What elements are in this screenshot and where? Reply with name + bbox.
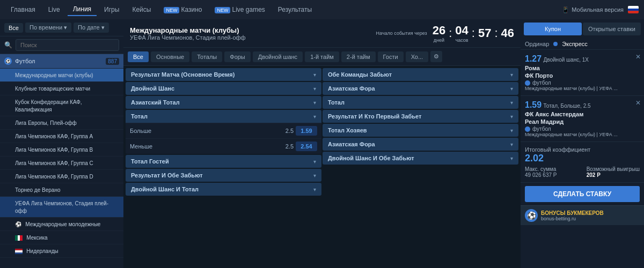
- sidebar-sub-liga-europa[interactable]: Лига Европы, Плей-офф: [0, 116, 123, 130]
- open-bets-button[interactable]: Открытые ставки: [583, 23, 641, 35]
- coupon-odd-1: 1.27: [525, 54, 541, 63]
- outcome-val: 2.5: [277, 143, 294, 150]
- coupon-tabs: Ординар Экспресс: [521, 39, 644, 50]
- sidebar-sub-caf-d[interactable]: Лига Чемпионов КАФ, Группа D: [0, 170, 123, 183]
- casino-badge: NEW: [164, 7, 179, 13]
- tab-all[interactable]: Все: [128, 51, 149, 62]
- coupon-team1-a: Рома: [525, 65, 640, 71]
- nav-live[interactable]: Live: [43, 4, 65, 16]
- market-header[interactable]: Азиатская Фора ▾: [323, 138, 518, 151]
- market-header[interactable]: Результат И Кто Первый Забьет ▾: [323, 110, 518, 123]
- top-navigation: Главная Live Линия Игры Кейсы NEWКазино …: [0, 0, 644, 19]
- filter-all[interactable]: Все: [4, 23, 23, 33]
- coupon-button[interactable]: Купон: [524, 23, 582, 35]
- coupon-team1-b: ФК Порто: [525, 72, 640, 79]
- market-double-chance-total: Двойной Шанс И Тотал ▾: [126, 183, 321, 196]
- sidebar-sub-netherlands[interactable]: Нидерланды: [0, 244, 123, 258]
- market-header[interactable]: Обе Команды Забьют ▾: [323, 68, 518, 81]
- livegames-badge: NEW: [215, 7, 230, 13]
- tab-totals[interactable]: Тоталы: [192, 51, 222, 62]
- market-header[interactable]: Тотал ▾: [323, 96, 518, 109]
- netherlands-flag: [15, 249, 23, 254]
- market-header[interactable]: Тотал Хозяев ▾: [323, 124, 518, 137]
- market-header[interactable]: Результат Матча (Основное Время) ▾: [126, 68, 321, 81]
- sidebar-sub-club-friendly[interactable]: Клубные товарищеские матчи: [0, 82, 123, 95]
- sidebar-sub-caf-a[interactable]: Лига Чемпионов КАФ, Группа A: [0, 130, 123, 143]
- outcome-label: Больше: [130, 128, 275, 134]
- sidebar-sub-caf-c[interactable]: Лига Чемпионов КАФ, Группа C: [0, 157, 123, 170]
- market-header[interactable]: Тотал ▾: [126, 110, 321, 123]
- coupon-total: Итоговый коэффициент 2.02 Макс. сумма 49…: [521, 142, 644, 183]
- coupon-sport-2: футбол: [532, 126, 551, 132]
- nav-line[interactable]: Линия: [68, 3, 97, 16]
- bonus-ball-icon: ⚽: [525, 209, 538, 222]
- tab-guests[interactable]: Гости: [378, 51, 404, 62]
- nav-cases[interactable]: Кейсы: [127, 4, 156, 16]
- outcome-odd[interactable]: 2.54: [296, 142, 317, 151]
- mobile-link[interactable]: 📱 Мобильная версия: [562, 6, 624, 13]
- tab-filter-icon[interactable]: ⚙: [430, 51, 442, 62]
- sport-dot-2: [525, 126, 530, 132]
- markets-grid: Результат Матча (Основное Время) ▾ Двойн…: [123, 66, 521, 268]
- market-header[interactable]: Результат И Обе Забьют ▾: [126, 169, 321, 182]
- football-icon: ⚽: [4, 57, 12, 65]
- market-header[interactable]: Двойной Шанс ▾: [126, 82, 321, 95]
- tab-double-chance[interactable]: Двойной шанс: [253, 51, 303, 62]
- sidebar-sub-caf-b[interactable]: Лига Чемпионов КАФ, Группа B: [0, 143, 123, 157]
- search-input[interactable]: [16, 39, 119, 51]
- market-header[interactable]: Двойной Шанс И Обе Забьют ▾: [323, 152, 518, 165]
- tab-first-half[interactable]: 1-й тайм: [305, 51, 339, 62]
- coupon-league-2: Международные матчи (клубы) | УЕФА ...: [525, 132, 640, 137]
- tab-indicator: [553, 42, 558, 46]
- nav-home[interactable]: Главная: [5, 4, 41, 16]
- sidebar-sub-intl-clubs[interactable]: Международные матчи (клубы): [0, 69, 123, 82]
- coupon-odd-2: 1.59: [525, 100, 541, 109]
- filter-by-date[interactable]: По дате ▾: [74, 23, 108, 33]
- market-asian-fora-2: Азиатская Фора ▾: [323, 138, 518, 151]
- outcome-label: Меньше: [130, 143, 275, 150]
- bonus-banner: ⚽ БОНУСЫ БУКМЕКЕРОВ bonus-betting.ru: [521, 205, 644, 225]
- market-tabs: Все Основные Тоталы Форы Двойной шанс 1-…: [123, 48, 521, 66]
- tab-more[interactable]: Хо...: [406, 51, 429, 62]
- arrow-icon: ▾: [313, 86, 316, 92]
- right-panel: Купон Открытые ставки Ординар Экспресс ✕…: [521, 19, 644, 268]
- tab-second-half[interactable]: 2-й тайм: [341, 51, 376, 62]
- market-asian-total: Азиатский Тотал ▾: [126, 96, 321, 109]
- sidebar-sub-uefa-playoff[interactable]: УЕФА Лига Чемпионов, Стадия плей-офф: [0, 197, 123, 218]
- sidebar-sub-torneo[interactable]: Торнео де Верано: [0, 183, 123, 197]
- sidebar-sub-mexico[interactable]: Мексика: [0, 231, 123, 244]
- coupon-league-1: Международные матчи (клубы) | УЕФА ...: [525, 86, 640, 91]
- market-double-chance-both: Двойной Шанс И Обе Забьют ▾: [323, 152, 518, 165]
- sidebar-item-football[interactable]: ⚽ Футбол 887: [0, 54, 123, 69]
- market-row: Больше 2.5 1.59: [126, 123, 321, 138]
- market-header[interactable]: Тотал Гостей ▾: [126, 155, 321, 168]
- outcome-odd[interactable]: 1.59: [296, 126, 317, 136]
- tab-fora[interactable]: Форы: [224, 51, 251, 62]
- make-bet-button[interactable]: СДЕЛАТЬ СТАВКУ: [525, 186, 640, 202]
- tab-basic[interactable]: Основные: [151, 51, 189, 62]
- nav-right: 📱 Мобильная версия: [562, 6, 639, 13]
- market-result-first-score: Результат И Кто Первый Забьет ▾: [323, 110, 518, 123]
- event-title: Международные матчи (клубы) УЕФА Лига Че…: [130, 26, 369, 41]
- nav-livegames[interactable]: NEWLive games: [209, 4, 270, 16]
- nav-casino[interactable]: NEWКазино: [158, 4, 207, 16]
- filter-by-time[interactable]: По времени ▾: [25, 23, 71, 33]
- nav-games[interactable]: Игры: [99, 4, 125, 16]
- sidebar-sub-intl-youth[interactable]: ⚽ Международные молодежные: [0, 218, 123, 231]
- arrow-icon: ▾: [510, 114, 513, 120]
- arrow-icon: ▾: [313, 100, 316, 106]
- close-icon-1[interactable]: ✕: [635, 53, 641, 61]
- sport-label: Футбол: [15, 58, 103, 64]
- arrow-icon: ▾: [510, 86, 513, 92]
- market-header[interactable]: Азиатская Фора ▾: [323, 82, 518, 95]
- sidebar-sub-caf-cup[interactable]: Кубок Конфедерации КАФ, Квалификация: [0, 95, 123, 116]
- event-league: УЕФА Лига Чемпионов, Стадия плей-офф: [130, 34, 369, 41]
- tab-express[interactable]: Экспресс: [562, 41, 588, 47]
- market-header[interactable]: Азиатский Тотал ▾: [126, 96, 321, 109]
- nav-results[interactable]: Результаты: [273, 4, 317, 16]
- market-total-r: Тотал ▾: [323, 96, 518, 109]
- market-header[interactable]: Двойной Шанс И Тотал ▾: [126, 183, 321, 196]
- close-icon-2[interactable]: ✕: [635, 99, 641, 107]
- main-layout: Все По времени ▾ По дате ▾ 🔍 ⚽ Футбол 88…: [0, 19, 644, 268]
- tab-single[interactable]: Ординар: [525, 41, 549, 47]
